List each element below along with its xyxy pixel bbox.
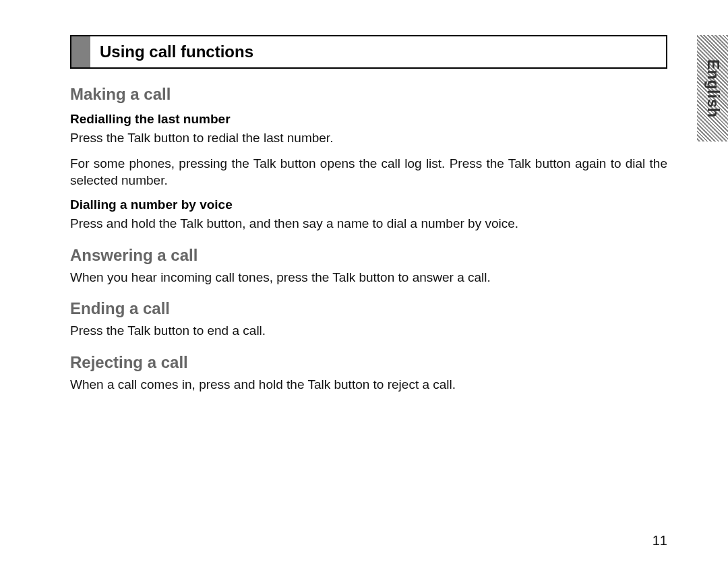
title-tab-accent [71,36,90,67]
heading-making-a-call: Making a call [70,85,667,104]
page: Using call functions English Making a ca… [0,0,728,566]
paragraph-rejecting: When a call comes in, press and hold the… [70,376,667,394]
heading-rejecting: Rejecting a call [70,353,667,372]
paragraph-redialling-2: For some phones, pressing the Talk butto… [70,155,667,189]
paragraph-redialling-1: Press the Talk button to redial the last… [70,129,667,147]
page-title: Using call functions [90,36,253,67]
subheading-dialling-voice: Dialling a number by voice [70,197,667,212]
paragraph-dialling-voice: Press and hold the Talk button, and then… [70,215,667,232]
subheading-redialling: Redialling the last number [70,112,667,127]
paragraph-ending: Press the Talk button to end a call. [70,322,667,340]
language-tab: English [697,35,728,142]
page-number: 11 [653,533,667,548]
paragraph-answering: When you hear incoming call tones, press… [70,269,667,286]
title-bar: Using call functions [70,35,667,69]
heading-ending: Ending a call [70,299,667,318]
heading-answering: Answering a call [70,246,667,265]
language-label: English [704,59,722,118]
